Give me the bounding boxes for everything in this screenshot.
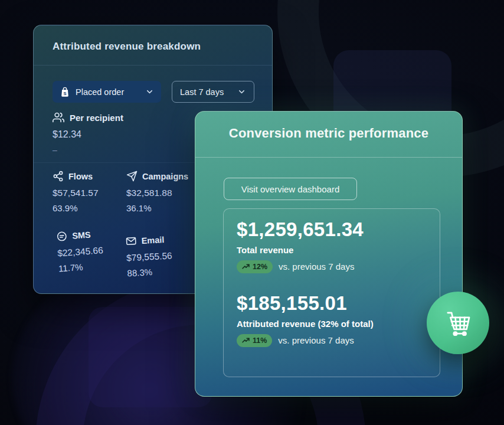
trending-up-icon [242,263,250,270]
trend-badge: 12% [237,260,273,273]
channel-value: $79,555.56 [126,249,204,264]
channel-label: Campaigns [142,172,188,181]
date-range-label: Last 7 days [180,87,232,97]
card-title: Conversion metric performance [195,126,462,141]
page: Attributed revenue breakdown S Placed or… [0,0,504,425]
divider [34,65,272,66]
divider [195,157,462,158]
visit-overview-dashboard-button[interactable]: Visit overview dashboard [224,178,357,200]
metric-value: $185,155.01 [237,292,427,315]
channel-percent: 63.9% [53,203,129,213]
channel-percent: 36.1% [126,203,203,213]
users-icon [53,112,64,123]
comparison-text: vs. previous 7 days [278,335,354,345]
channel-value: $32,581.88 [126,188,203,198]
metric-dropdown-label: Placed order [76,87,140,97]
background-rounded-square-2 [89,307,212,407]
trend-badge: 11% [237,334,272,347]
metrics-panel: $1,259,651.34 Total revenue 12% vs. prev… [223,208,440,377]
shopping-cart-badge [427,292,489,354]
envelope-icon [125,235,137,247]
trend-badge-value: 11% [253,336,267,345]
chevron-down-icon [145,87,154,96]
chevron-down-icon [237,87,246,96]
total-revenue-metric: $1,259,651.34 Total revenue 12% vs. prev… [237,218,427,273]
date-range-dropdown[interactable]: Last 7 days [172,81,254,103]
share-icon [53,171,64,182]
per-recipient-value: $12.34 [53,129,123,140]
channel-campaigns: Campaigns $32,581.88 36.1% [126,171,203,213]
metric-label: Attributed revenue (32% of total) [237,319,427,329]
conversion-performance-card: Conversion metric performance Visit over… [195,111,463,397]
trend-badge-value: 12% [253,263,267,271]
channel-label: Flows [68,172,93,181]
metric-value: $1,259,651.34 [237,218,427,241]
shopify-bag-icon: S [60,87,70,97]
svg-text:S: S [63,90,66,96]
per-recipient-metric: Per recipient $12.34 – [53,112,123,155]
chat-icon [56,230,68,242]
attributed-revenue-metric: $185,155.01 Attributed revenue (32% of t… [237,292,427,347]
comparison-text: vs. previous 7 days [279,261,354,272]
metric-label: Total revenue [237,245,427,255]
trending-up-icon [242,337,250,344]
per-recipient-change: – [53,145,123,155]
send-icon [126,171,138,182]
channel-email: Email $79,555.56 88.3% [125,232,204,279]
channel-flows: Flows $57,541.57 63.9% [53,171,129,213]
channel-percent: 88.3% [127,264,204,279]
channel-label: SMS [72,230,91,240]
channel-percent: 11.7% [58,258,135,273]
shopping-cart-icon [441,306,475,340]
per-recipient-label: Per recipient [70,113,123,123]
metric-dropdown[interactable]: S Placed order [53,81,161,103]
channel-value: $22,345.66 [57,243,135,259]
card-title: Attributed revenue breakdown [53,41,201,53]
channel-value: $57,541.57 [53,188,129,198]
channel-sms: SMS $22,345.66 11.7% [56,226,136,274]
channel-label: Email [141,235,164,246]
